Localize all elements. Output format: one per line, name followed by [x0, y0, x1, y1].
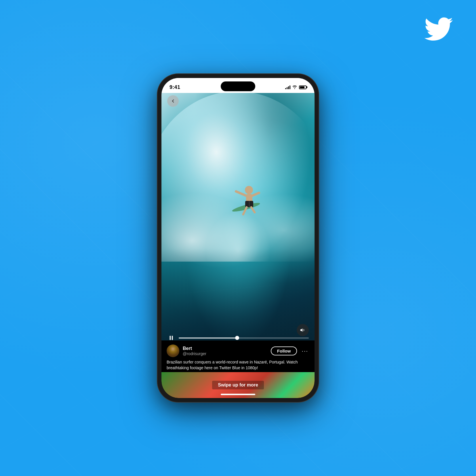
- status-icons: [285, 85, 306, 89]
- battery-icon: [299, 85, 306, 89]
- signal-bar-2: [287, 87, 287, 89]
- phone: 9:41: [157, 74, 319, 402]
- back-button[interactable]: [167, 95, 179, 107]
- phone-screen: 9:41: [161, 78, 315, 398]
- swipe-up-text: Swipe up for more: [212, 381, 264, 389]
- avatar[interactable]: [167, 344, 179, 357]
- status-bar: 9:41: [161, 78, 315, 93]
- svg-rect-11: [172, 336, 173, 340]
- svg-point-1: [245, 186, 253, 194]
- signal-bar-4: [290, 85, 290, 89]
- svg-line-8: [251, 207, 255, 212]
- user-text: Bert @rodrisurger: [183, 346, 267, 356]
- status-time: 9:41: [170, 84, 180, 90]
- signal-bars-icon: [285, 85, 290, 89]
- screen-content: 9:41: [161, 78, 315, 398]
- wifi-icon: [292, 85, 297, 89]
- battery-fill: [300, 86, 304, 88]
- pause-button[interactable]: [167, 334, 175, 342]
- user-row: Bert @rodrisurger Follow ···: [167, 344, 309, 357]
- user-name[interactable]: Bert: [183, 346, 267, 351]
- svg-marker-9: [300, 328, 303, 332]
- water-dark: [161, 249, 315, 340]
- svg-line-4: [252, 193, 259, 196]
- follow-button[interactable]: Follow: [271, 346, 297, 355]
- surfer-figure: [230, 170, 265, 216]
- video-progress-fill: [179, 338, 237, 338]
- svg-rect-10: [170, 336, 171, 340]
- signal-bar-1: [285, 88, 286, 89]
- svg-line-3: [236, 191, 246, 196]
- video-area[interactable]: [161, 78, 315, 340]
- twitter-logo-corner: [424, 17, 453, 41]
- more-options-button[interactable]: ···: [300, 348, 309, 354]
- video-progress-track[interactable]: [179, 338, 309, 338]
- signal-bar-3: [288, 86, 289, 89]
- video-progress-area[interactable]: [167, 334, 309, 342]
- user-handle[interactable]: @rodrisurger: [183, 351, 267, 356]
- video-progress-thumb: [235, 336, 239, 340]
- avatar-image: [167, 344, 179, 357]
- tweet-text: Brazilian surfer conquers a world-record…: [167, 359, 309, 371]
- home-indicator: [221, 394, 255, 395]
